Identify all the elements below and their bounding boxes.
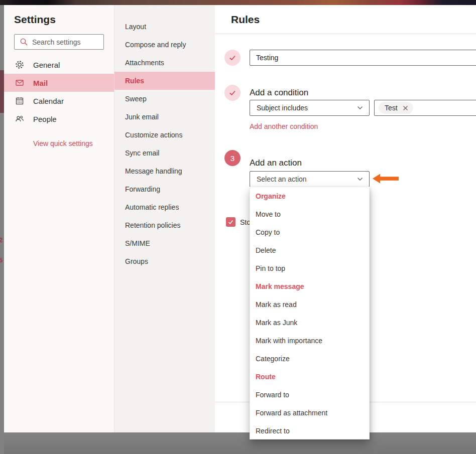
nav-item-message-handling[interactable]: Message handling: [114, 162, 215, 180]
view-quick-settings-link[interactable]: View quick settings: [33, 139, 93, 147]
tag-label: Test: [385, 104, 398, 112]
menu-header-mark-message: Mark message: [250, 277, 369, 295]
background-unread-count: 5: [0, 256, 4, 264]
divider: [215, 34, 476, 34]
settings-title: Settings: [14, 14, 56, 26]
rule-name-input[interactable]: [250, 50, 476, 66]
nav-item-sweep[interactable]: Sweep: [114, 90, 215, 108]
sidebar-item-label: General: [33, 61, 60, 69]
nav-item-automatic-replies[interactable]: Automatic replies: [114, 198, 215, 216]
menu-item-mark-as-read[interactable]: Mark as read: [250, 295, 369, 314]
people-icon: [15, 114, 24, 123]
add-another-condition-link[interactable]: Add another condition: [250, 122, 318, 130]
nav-item-retention-policies[interactable]: Retention policies: [114, 216, 215, 234]
settings-panel: Settings Search settings General: [4, 5, 215, 432]
background-image-strip: [0, 0, 476, 5]
menu-item-copy-to[interactable]: Copy to: [250, 223, 369, 241]
menu-header-route: Route: [250, 368, 369, 386]
settings-sidebar: Settings Search settings General: [4, 5, 114, 432]
condition-value-box[interactable]: Test: [374, 100, 476, 116]
sidebar-item-calendar[interactable]: Calendar: [4, 92, 114, 110]
nav-item-compose-and-reply[interactable]: Compose and reply: [114, 36, 215, 54]
menu-item-mark-with-importance[interactable]: Mark with importance: [250, 332, 369, 350]
check-icon: [228, 89, 236, 97]
sidebar-item-mail[interactable]: Mail: [4, 74, 114, 92]
menu-item-forward-as-attachment[interactable]: Forward as attachment: [250, 404, 369, 422]
page-title: Rules: [231, 14, 260, 26]
nav-item-layout[interactable]: Layout: [114, 18, 215, 36]
background-artifact: [0, 70, 4, 113]
search-placeholder: Search settings: [32, 38, 81, 46]
condition-field-select[interactable]: Subject includes: [250, 100, 370, 116]
calendar-icon: [15, 96, 24, 105]
menu-item-pin-to-top[interactable]: Pin to top: [250, 259, 369, 277]
step3-number-badge: 3: [224, 150, 241, 166]
nav-item-rules[interactable]: Rules: [114, 72, 215, 90]
nav-item-attachments[interactable]: Attachments: [114, 54, 215, 72]
add-action-label: Add an action: [250, 158, 302, 168]
dimmed-background-edge: 2 5: [0, 5, 4, 454]
action-select-value: Select an action: [257, 175, 307, 183]
nav-item-sync-email[interactable]: Sync email: [114, 144, 215, 162]
nav-item-smime[interactable]: S/MIME: [114, 234, 215, 252]
sidebar-item-general[interactable]: General: [4, 56, 114, 74]
condition-field-value: Subject includes: [257, 104, 308, 112]
stop-processing-label: Sto: [240, 218, 251, 226]
check-icon: [227, 219, 234, 225]
menu-header-organize: Organize: [250, 187, 369, 205]
stop-processing-checkbox[interactable]: [226, 217, 235, 227]
action-select[interactable]: Select an action: [250, 171, 370, 187]
nav-item-forwarding[interactable]: Forwarding: [114, 180, 215, 198]
nav-item-junk-email[interactable]: Junk email: [114, 108, 215, 126]
remove-tag-icon[interactable]: [403, 105, 408, 111]
screen: 2 5 Settings Search settings General: [0, 0, 476, 454]
sidebar-item-label: People: [33, 115, 57, 123]
chevron-down-icon: [357, 177, 363, 181]
menu-item-delete[interactable]: Delete: [250, 241, 369, 259]
gear-icon: [15, 60, 24, 69]
condition-value-tag: Test: [379, 102, 413, 114]
search-icon: [20, 38, 28, 46]
mail-icon: [15, 78, 24, 87]
annotation-arrow-left-icon: [373, 174, 399, 184]
menu-item-categorize[interactable]: Categorize: [250, 350, 369, 368]
check-icon: [228, 54, 236, 62]
menu-item-move-to[interactable]: Move to: [250, 205, 369, 223]
nav-item-groups[interactable]: Groups: [114, 252, 215, 270]
background-unread-count: 2: [0, 236, 4, 244]
step1-done-indicator: [224, 50, 241, 66]
chevron-down-icon: [357, 106, 363, 110]
menu-item-forward-to[interactable]: Forward to: [250, 386, 369, 404]
sidebar-item-people[interactable]: People: [4, 110, 114, 128]
stop-processing-row: Sto: [226, 217, 251, 227]
sidebar-item-label: Mail: [33, 79, 48, 87]
add-condition-label: Add a condition: [250, 88, 308, 98]
step2-done-indicator: [224, 85, 241, 101]
menu-item-redirect-to[interactable]: Redirect to: [250, 422, 369, 439]
sidebar-item-label: Calendar: [33, 97, 64, 105]
nav-item-customize-actions[interactable]: Customize actions: [114, 126, 215, 144]
mail-settings-nav: Layout Compose and reply Attachments Rul…: [114, 5, 215, 432]
action-dropdown-menu: Organize Move to Copy to Delete Pin to t…: [250, 187, 370, 439]
settings-search-box[interactable]: Search settings: [14, 34, 104, 50]
menu-item-mark-as-junk[interactable]: Mark as Junk: [250, 314, 369, 332]
